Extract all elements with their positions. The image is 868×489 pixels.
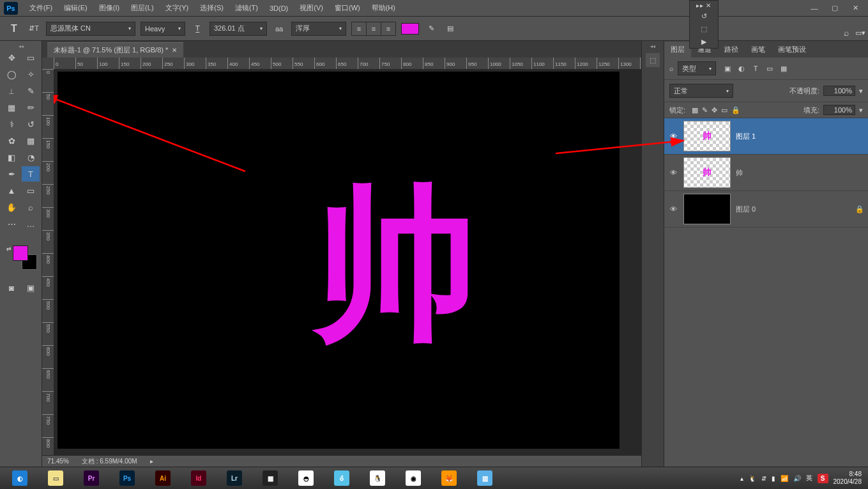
layer-row[interactable]: 👁帅帅 [664, 155, 868, 191]
canvas-viewport[interactable]: 帅 [54, 69, 641, 455]
hand-tool[interactable]: ✋ [3, 199, 20, 215]
taskbar-app-browser[interactable]: ◐ [3, 469, 37, 488]
visibility-toggle[interactable]: 👁 [668, 169, 678, 176]
tab-brushpresets[interactable]: 画笔预设 [772, 42, 812, 58]
menu-layer[interactable]: 图层(L) [126, 1, 158, 15]
taskbar-app-chrome[interactable]: ◉ [396, 469, 430, 488]
tray-wifi-icon[interactable]: 📶 [780, 475, 788, 482]
menu-view[interactable]: 视图(V) [294, 1, 328, 15]
menu-window[interactable]: 窗口(W) [330, 1, 365, 15]
align-left-button[interactable]: ≡ [352, 22, 366, 35]
layer-thumbnail[interactable]: 帅 [683, 121, 731, 151]
canvas[interactable]: 帅 [57, 72, 620, 449]
opacity-input[interactable]: 100% [823, 86, 855, 96]
anti-alias-select[interactable]: 浑厚▾ [291, 22, 346, 36]
layer-kind-select[interactable]: 类型▾ [678, 61, 716, 75]
lock-transparency-icon[interactable]: ▩ [692, 106, 698, 114]
adjust-filter-icon[interactable]: ◐ [736, 65, 747, 73]
tray-expand-icon[interactable]: ▴ [740, 475, 743, 482]
pixel-filter-icon[interactable]: ▣ [722, 65, 733, 73]
dock-collapse[interactable]: ◂◂ [650, 43, 655, 49]
artboard-tool[interactable]: ▭ [22, 50, 40, 65]
color-picker[interactable]: ⇄ [1, 245, 40, 276]
horizontal-ruler[interactable]: 0501001502002503003504004505005506006507… [54, 58, 641, 69]
shape-tool[interactable]: ▭ [22, 183, 40, 198]
eraser-tool[interactable]: ◧ [3, 150, 20, 165]
shape-filter-icon[interactable]: ▭ [765, 65, 775, 73]
type-filter-icon[interactable]: T [750, 65, 761, 73]
history-brush-tool[interactable]: ↺ [22, 116, 40, 132]
menu-file[interactable]: 文件(F) [24, 1, 57, 15]
chevron-down-icon[interactable]: ▾ [859, 87, 863, 95]
brush-tool[interactable]: ✏ [22, 100, 40, 115]
eyedropper-tool[interactable]: ✎ [22, 83, 40, 98]
tray-volume-icon[interactable]: 🔊 [793, 475, 801, 482]
font-family-select[interactable]: 思源黑体 CN▾ [46, 22, 135, 36]
menu-type[interactable]: 文字(Y) [160, 1, 194, 15]
visibility-toggle[interactable]: 👁 [668, 205, 678, 213]
character-panel-button[interactable]: ▤ [443, 22, 457, 36]
properties-icon[interactable]: ⬚ [697, 24, 711, 34]
close-button[interactable]: ✕ [846, 2, 864, 15]
taskbar-clock[interactable]: 8:48 2020/4/28 [834, 470, 866, 486]
taskbar-app-illustrator[interactable]: Ai [146, 469, 180, 488]
taskbar-app-explorer[interactable]: ▭ [38, 469, 73, 488]
clone-tool[interactable]: ✿ [3, 133, 20, 148]
more-tools[interactable]: ⋯ [3, 216, 20, 231]
gradient-tool[interactable]: ▩ [22, 133, 40, 148]
document-tab[interactable]: 未标题-1 @ 71.5% (图层 1, RGB/8) * ✕ [47, 42, 183, 58]
layer-name[interactable]: 图层 0 [736, 205, 850, 214]
taskbar-app-ball[interactable]: ◓ [289, 469, 323, 488]
magic-wand-tool[interactable]: ✧ [22, 66, 40, 82]
edit-toolbar[interactable]: … [22, 216, 40, 231]
crop-tool[interactable]: ⟂ [3, 83, 20, 98]
taskbar-app-indesign[interactable]: Id [181, 469, 216, 488]
zoom-tool[interactable]: ⌕ [22, 199, 40, 215]
screen-mode-tool[interactable]: ▣ [22, 280, 40, 295]
blend-mode-select[interactable]: 正常▾ [669, 84, 733, 98]
zoom-value[interactable]: 71.45% [47, 458, 69, 465]
collapsed-panel-group[interactable]: ▸▸ ✕ ↺ ⬚ ▶ [689, 0, 719, 49]
lasso-tool[interactable]: ◯ [3, 66, 20, 82]
lock-position-icon[interactable]: ✥ [712, 106, 717, 114]
blur-tool[interactable]: ◔ [22, 150, 40, 165]
layer-name[interactable]: 图层 1 [736, 132, 850, 141]
lock-brush-icon[interactable]: ✎ [702, 106, 708, 114]
menu-edit[interactable]: 编辑(E) [59, 1, 93, 15]
tray-battery-icon[interactable]: ▮ [772, 475, 775, 482]
tray-network-icon[interactable]: ⇵ [761, 475, 766, 482]
ime-indicator[interactable]: 英 [806, 474, 812, 483]
tab-paths[interactable]: 路径 [718, 42, 745, 58]
font-size-select[interactable]: 326.01 点▾ [209, 22, 267, 36]
tab-layers[interactable]: 图层 [664, 42, 691, 58]
font-weight-select[interactable]: Heavy▾ [141, 22, 185, 36]
foreground-color[interactable] [13, 245, 28, 261]
lock-artboard-icon[interactable]: ▭ [721, 106, 727, 114]
ime-sogou-icon[interactable]: S [818, 474, 828, 483]
pen-tool[interactable]: ✒ [3, 166, 20, 182]
lock-all-icon[interactable]: 🔒 [731, 106, 740, 114]
warp-text-button[interactable]: ✎ [424, 22, 438, 36]
search-icon[interactable]: ⌕ [669, 65, 674, 72]
visibility-toggle[interactable]: 👁 [668, 132, 678, 140]
adjustments-icon[interactable]: ⬚ [646, 53, 660, 67]
panel-drag-handle[interactable]: ▸▸ ✕ [696, 2, 712, 8]
ruler-origin[interactable] [42, 58, 54, 69]
taskbar-app-photoshop[interactable]: Ps [110, 469, 144, 488]
smart-filter-icon[interactable]: ▦ [779, 65, 789, 73]
status-arrow-icon[interactable]: ▸ [150, 458, 153, 465]
taskbar-app-lightroom[interactable]: Lr [217, 469, 252, 488]
menu-select[interactable]: 选择(S) [195, 1, 229, 15]
vertical-ruler[interactable]: 0501001502002503003504004505005506006507… [42, 69, 54, 455]
history-icon[interactable]: ↺ [697, 11, 711, 21]
taskbar-app-qq[interactable]: 🐧 [360, 469, 395, 488]
text-color-swatch[interactable] [401, 23, 419, 35]
type-tool[interactable]: T [22, 166, 40, 182]
layer-thumbnail[interactable]: 帅 [683, 157, 731, 188]
canvas-text-layer[interactable]: 帅 [313, 180, 479, 346]
text-orientation-toggle[interactable]: ⇵T [27, 22, 41, 36]
menu-help[interactable]: 帮助(H) [367, 1, 400, 15]
marquee-tool[interactable]: ▦ [3, 100, 20, 115]
taskbar-app-premiere[interactable]: Pr [74, 469, 109, 488]
swap-colors-icon[interactable]: ⇄ [6, 245, 11, 252]
